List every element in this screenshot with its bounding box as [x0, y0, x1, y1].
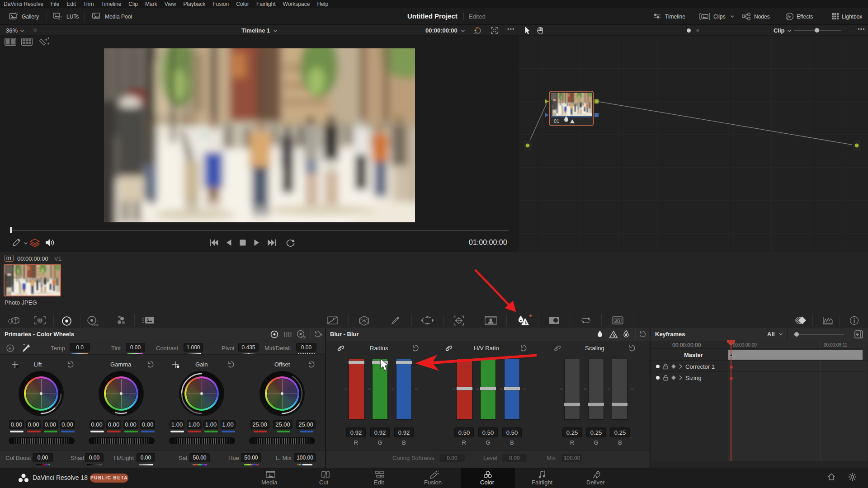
svg-text:HDR: HDR: [92, 323, 99, 327]
svg-text:3D: 3D: [615, 319, 620, 323]
svg-text:01: 01: [554, 118, 559, 124]
svg-text:LOG: LOG: [301, 336, 306, 339]
svg-text:A: A: [9, 346, 11, 351]
svg-text:fx: fx: [788, 14, 791, 19]
